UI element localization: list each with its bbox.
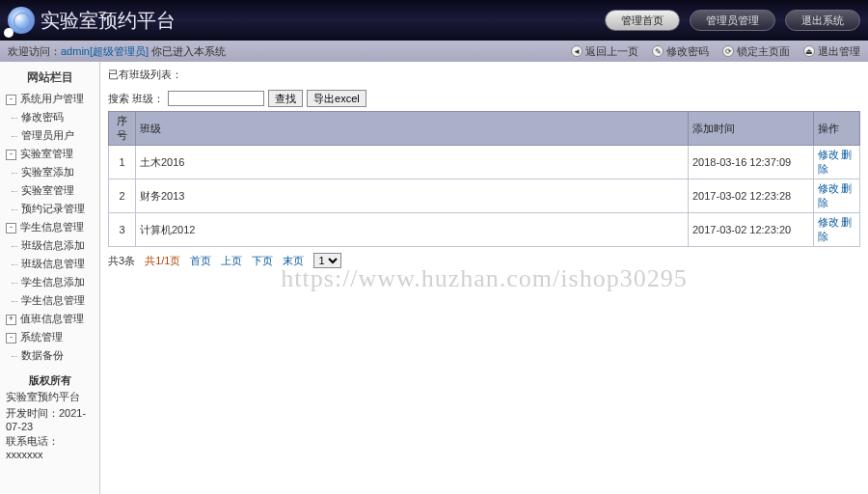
cell-ops: 修改删除 [814,146,860,179]
welcome-text: 欢迎访问：admin[超级管理员] 你已进入本系统 [8,44,226,59]
sidebar-footer-heading: 版权所有 [6,372,94,389]
app-title: 实验室预约平台 [41,8,176,34]
pager-next[interactable]: 下页 [252,254,273,268]
sidebar-group-user-mgmt[interactable]: 系统用户管理 [0,90,99,108]
lock-icon: ⟳ [722,45,734,57]
cell-name: 计算机2012 [136,213,689,247]
cell-name: 土木2016 [136,146,689,179]
cell-name: 财务2013 [136,179,689,213]
main-content: 已有班级列表： 搜索 班级： 查找 导出excel 序号 班级 添加时间 操作 … [100,62,868,494]
pager-select[interactable]: 1 [313,253,341,268]
sidebar-item-class-add[interactable]: 班级信息添加 [0,236,99,255]
back-icon: ◄ [571,45,583,57]
back-button[interactable]: ◄返回上一页 [571,44,638,59]
exit-icon: ⏏ [803,45,815,57]
sidebar-item-student-manage[interactable]: 学生信息管理 [0,291,99,310]
table-row: 2财务20132017-03-02 12:23:28修改删除 [109,179,860,213]
col-seq: 序号 [109,112,136,146]
table-row: 1土木20162018-03-16 12:37:09修改删除 [109,146,860,179]
cell-time: 2017-03-02 12:23:28 [689,179,814,213]
pager-first[interactable]: 首页 [190,254,211,268]
export-button[interactable]: 导出excel [307,90,366,107]
search-button[interactable]: 查找 [268,90,303,107]
cell-seq: 1 [109,146,136,179]
search-label: 搜索 班级： [108,92,164,106]
sidebar-group-lab-mgmt[interactable]: 实验室管理 [0,145,99,163]
sidebar-item-admin-user[interactable]: 管理员用户 [0,126,99,145]
sidebar-site-name: 实验室预约平台 [6,389,94,405]
key-icon: ✎ [652,45,664,57]
sidebar-group-student-mgmt[interactable]: 学生信息管理 [0,218,99,236]
breadcrumb: 已有班级列表： [108,68,860,86]
logo-icon [8,7,35,34]
lock-button[interactable]: ⟳锁定主页面 [722,44,790,59]
sub-toolbar: 欢迎访问：admin[超级管理员] 你已进入本系统 ◄返回上一页 ✎修改密码 ⟳… [0,41,868,62]
edit-link[interactable]: 修改 [818,149,839,160]
table-row: 3计算机20122017-03-02 12:23:20修改删除 [109,213,860,247]
sidebar-item-backup[interactable]: 数据备份 [0,346,99,365]
nav-home-button[interactable]: 管理首页 [605,10,680,31]
cell-ops: 修改删除 [814,179,860,213]
cell-ops: 修改删除 [814,213,860,247]
pager-prev[interactable]: 上页 [221,254,242,268]
edit-link[interactable]: 修改 [818,182,839,194]
pager: 共3条 共1/1页 首页 上页 下页 末页 1 [108,247,860,274]
sidebar-title: 网站栏目 [0,66,99,90]
cell-time: 2017-03-02 12:23:20 [689,213,814,247]
search-input[interactable] [168,91,264,106]
cell-seq: 2 [109,179,136,213]
change-password-button[interactable]: ✎修改密码 [652,44,709,59]
col-time: 添加时间 [689,112,814,146]
sidebar-group-sys-mgmt[interactable]: 系统管理 [0,328,99,346]
search-bar: 搜索 班级： 查找 导出excel [108,86,860,111]
sidebar-item-lab-manage[interactable]: 实验室管理 [0,181,99,200]
current-user-link[interactable]: admin [61,45,90,57]
exit-button[interactable]: ⏏退出管理 [803,44,860,59]
header-bar: 实验室预约平台 管理首页 管理员管理 退出系统 [0,0,868,41]
col-name: 班级 [136,112,689,146]
sidebar-dev-time: 开发时间：2021-07-23 [6,405,94,433]
sidebar-item-lab-add[interactable]: 实验室添加 [0,163,99,181]
nav-admin-button[interactable]: 管理员管理 [690,10,775,31]
edit-link[interactable]: 修改 [818,216,839,228]
sidebar-item-class-manage[interactable]: 班级信息管理 [0,255,99,273]
pager-total: 共3条 [108,254,135,268]
sidebar: 网站栏目 系统用户管理 修改密码 管理员用户 实验室管理 实验室添加 实验室管理… [0,62,100,494]
logo: 实验室预约平台 [8,7,176,34]
pager-last[interactable]: 末页 [283,254,304,268]
sidebar-item-change-password[interactable]: 修改密码 [0,108,99,126]
sidebar-group-duty-mgmt[interactable]: 值班信息管理 [0,310,99,328]
col-ops: 操作 [814,112,860,146]
class-table: 序号 班级 添加时间 操作 1土木20162018-03-16 12:37:09… [108,111,860,247]
sidebar-item-student-add[interactable]: 学生信息添加 [0,273,99,291]
sidebar-item-reservation-manage[interactable]: 预约记录管理 [0,200,99,218]
cell-seq: 3 [109,213,136,247]
cell-time: 2018-03-16 12:37:09 [689,146,814,179]
pager-pages: 共1/1页 [145,254,180,268]
nav-logout-button[interactable]: 退出系统 [785,10,860,31]
sidebar-contact: 联系电话：xxxxxxx [6,433,94,461]
